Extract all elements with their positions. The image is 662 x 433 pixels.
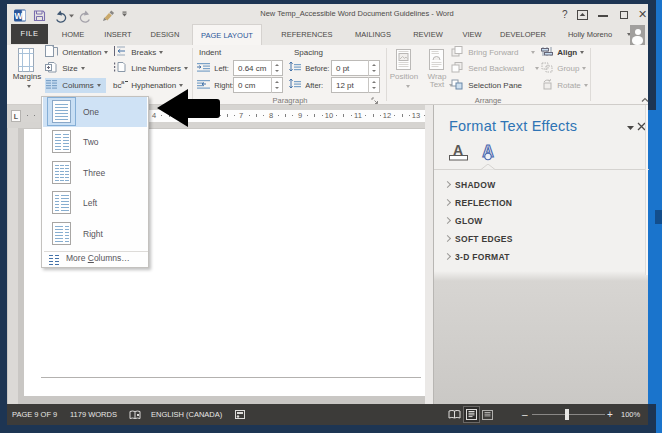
svg-text:W: W bbox=[14, 11, 23, 21]
svg-text:a: a bbox=[121, 79, 125, 85]
